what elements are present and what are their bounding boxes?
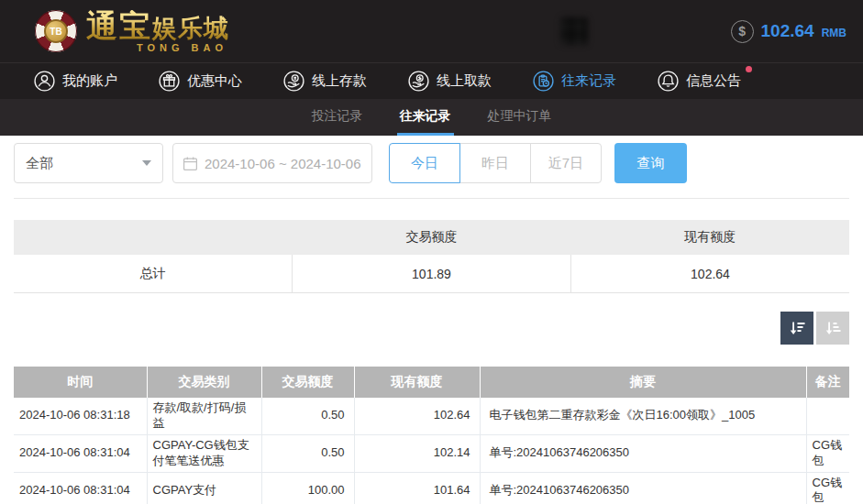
cell-amount: 0.50 [261, 398, 354, 434]
withdraw-icon [407, 70, 430, 93]
record-subtabs: 投注记录 往来记录 处理中订单 [0, 99, 863, 136]
cell-note: CG钱包 [806, 472, 849, 504]
notification-dot [746, 66, 752, 72]
cell-amount: 0.50 [261, 434, 354, 472]
summary-transaction-total: 101.89 [292, 255, 571, 292]
cell-balance: 102.64 [354, 398, 480, 434]
gift-icon [158, 70, 181, 93]
summary-header-transaction: 交易额度 [293, 229, 571, 246]
table-row: 2024-10-06 08:31:18 存款/取款/打码/损益 0.50 102… [14, 398, 849, 434]
nav-item-deposit[interactable]: 线上存款 [282, 70, 367, 93]
today-button[interactable]: 今日 [389, 143, 460, 183]
date-range-input[interactable]: 2024-10-06 ~ 2024-10-06 [172, 143, 372, 183]
cell-note: CG钱包 [806, 434, 849, 472]
wallet-balance[interactable]: $ 102.64 RMB [731, 20, 846, 43]
tab-pending-orders[interactable]: 处理中订单 [485, 99, 555, 136]
header-right: $ 102.64 RMB [560, 17, 846, 45]
cell-summary: 单号:20241063746206350 [480, 434, 806, 472]
cell-time: 2024-10-06 08:31:04 [14, 472, 147, 504]
col-header-time[interactable]: 时间 [14, 367, 147, 398]
summary-balance-total: 102.64 [571, 267, 849, 281]
chip-monogram: TB [44, 19, 68, 43]
dollar-coin-icon: $ [731, 20, 754, 43]
col-header-summary[interactable]: 摘要 [480, 367, 806, 398]
divider [14, 198, 849, 199]
nav-label: 我的账户 [62, 72, 117, 90]
calendar-icon [183, 156, 198, 171]
logo-name-sub: 娱乐城 [152, 15, 229, 42]
nav-label: 优惠中心 [187, 72, 242, 90]
page: TB 通宝娱乐城 TONG BAO $ 102.64 RMB [0, 0, 863, 504]
col-header-balance[interactable]: 现有额度 [354, 367, 480, 398]
search-button[interactable]: 查询 [614, 143, 687, 183]
tab-transaction-records[interactable]: 往来记录 [397, 99, 454, 136]
nav-label: 线上存款 [312, 72, 367, 90]
type-filter-select[interactable]: 全部 [14, 143, 163, 183]
summary-total-label: 总计 [14, 266, 292, 282]
cell-balance: 102.14 [354, 434, 480, 472]
cell-type: CGPAY支付 [147, 472, 261, 504]
logo-latin: TONG BAO [137, 43, 227, 53]
last7days-button[interactable]: 近7日 [530, 143, 602, 183]
sort-ascending-icon [824, 319, 842, 337]
top-header: TB 通宝娱乐城 TONG BAO $ 102.64 RMB [0, 0, 863, 62]
sort-descending-button[interactable] [780, 312, 813, 345]
nav-item-withdraw[interactable]: 线上取款 [407, 70, 492, 93]
tab-betting-records[interactable]: 投注记录 [309, 99, 366, 136]
summary-header-balance: 现有额度 [570, 229, 849, 246]
filter-row: 全部 2024-10-06 ~ 2024-10-06 今日 昨日 近7日 查询 [14, 143, 849, 183]
nav-label: 往来记录 [561, 72, 616, 90]
yesterday-button[interactable]: 昨日 [459, 143, 531, 183]
nav-item-transaction-records[interactable]: 往来记录 [532, 70, 616, 93]
cell-summary: 电子钱包第二重存款彩金《次日16:00领取》_1005 [480, 398, 806, 434]
cell-type: CGPAY-CG钱包支付笔笔送优惠 [147, 434, 261, 472]
col-header-type[interactable]: 交易类别 [147, 367, 261, 398]
user-avatar-blurred [560, 17, 588, 45]
quick-date-group: 今日 昨日 近7日 [389, 143, 602, 183]
summary-header: 交易额度 现有额度 [14, 220, 849, 255]
cell-type: 存款/取款/打码/损益 [147, 398, 261, 434]
nav-item-promotions[interactable]: 优惠中心 [158, 70, 242, 93]
cell-note [806, 398, 849, 434]
logo-text: 通宝娱乐城 TONG BAO [86, 10, 229, 53]
main-nav: 我的账户 优惠中心 线上存款 [0, 62, 863, 99]
poker-chip-icon: TB [35, 10, 77, 52]
balance-amount: 102.64 [761, 21, 814, 41]
nav-item-my-account[interactable]: 我的账户 [33, 70, 117, 93]
bell-icon [657, 70, 680, 93]
cell-summary: 单号:20241063746206350 [480, 472, 806, 504]
nav-label: 信息公告 [686, 72, 741, 90]
logo-name-main: 通宝 [86, 8, 152, 43]
user-icon [33, 70, 56, 93]
site-logo[interactable]: TB 通宝娱乐城 TONG BAO [35, 10, 229, 53]
cell-time: 2024-10-06 08:31:18 [14, 398, 147, 434]
content: 全部 2024-10-06 ~ 2024-10-06 今日 昨日 近7日 查询 [0, 136, 863, 504]
username-redacted[interactable] [560, 17, 692, 45]
col-header-amount[interactable]: 交易额度 [261, 367, 354, 398]
date-range-value: 2024-10-06 ~ 2024-10-06 [205, 156, 361, 171]
nav-label: 线上取款 [437, 72, 492, 90]
nav-item-announcements[interactable]: 信息公告 [657, 70, 741, 93]
deposit-icon [282, 70, 305, 93]
transactions-table: 时间 交易类别 交易额度 现有额度 摘要 备注 2024-10-06 08:31… [14, 367, 849, 504]
cell-balance: 101.64 [354, 472, 480, 504]
table-header-row: 时间 交易类别 交易额度 现有额度 摘要 备注 [14, 367, 849, 398]
user-name-blurred [593, 21, 692, 41]
summary-total-row: 总计 101.89 102.64 [14, 255, 849, 293]
sort-ascending-button[interactable] [816, 312, 849, 345]
table-row: 2024-10-06 08:31:04 CGPAY支付 100.00 101.6… [14, 472, 849, 504]
summary-table: 交易额度 现有额度 总计 101.89 102.64 [14, 220, 849, 293]
balance-currency: RMB [822, 27, 846, 39]
cell-amount: 100.00 [261, 472, 354, 504]
cell-time: 2024-10-06 08:31:04 [14, 434, 147, 472]
records-icon [532, 70, 555, 93]
col-header-note[interactable]: 备注 [806, 367, 849, 398]
select-value: 全部 [26, 155, 53, 172]
sort-descending-icon [788, 319, 806, 337]
chevron-down-icon [142, 160, 151, 166]
table-row: 2024-10-06 08:31:04 CGPAY-CG钱包支付笔笔送优惠 0.… [14, 434, 849, 472]
sort-controls [14, 312, 849, 345]
